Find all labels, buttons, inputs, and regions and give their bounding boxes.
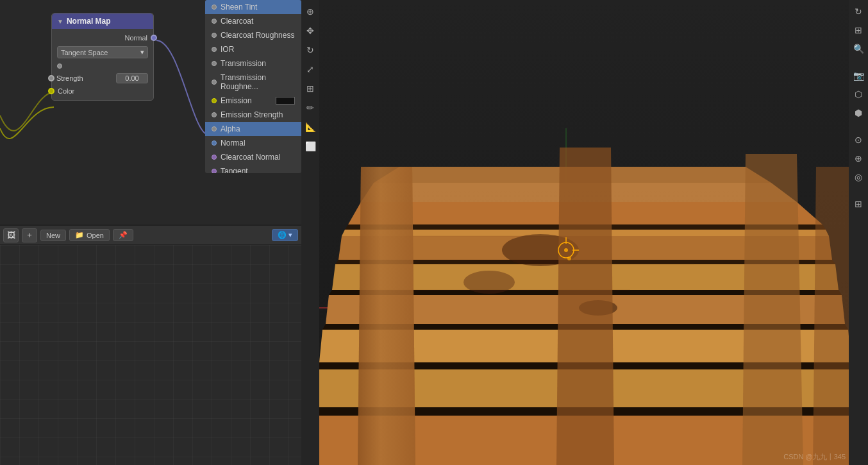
new-button[interactable]: New xyxy=(40,230,66,241)
strength-socket[interactable] xyxy=(48,75,54,81)
trans-roughness-label: Transmission Roughne... xyxy=(221,73,295,91)
list-item-alpha[interactable]: Alpha xyxy=(205,122,301,136)
gizmo-btn[interactable]: ⊕ xyxy=(850,150,867,167)
select-label: Tangent Space xyxy=(61,49,108,56)
list-item-transmission[interactable]: Transmission xyxy=(205,56,301,71)
open-button-label: Open xyxy=(87,232,104,239)
list-item-sheen-tint[interactable]: Sheen Tint xyxy=(205,0,301,14)
scale-tool[interactable]: ⤢ xyxy=(302,61,319,78)
tangent-socket xyxy=(212,169,217,173)
viewport-left-toolbar: ⊕ ✥ ↻ ⤢ ⊞ ✏ 📐 ⬜ xyxy=(301,0,319,465)
folder-icon: 📁 xyxy=(75,231,84,239)
alpha-label: Alpha xyxy=(221,124,240,133)
pin-icon: 📌 xyxy=(119,231,128,239)
emission-socket xyxy=(212,98,217,103)
shader-input-list: Sheen Tint Clearcoat Clearcoat Roughness… xyxy=(205,0,301,173)
globe-icon: 🌐 xyxy=(278,231,287,239)
normal-label: Normal xyxy=(221,139,246,148)
image-editor-canvas xyxy=(0,245,301,465)
svg-marker-29 xyxy=(556,148,614,465)
list-item-clearcoat-roughness[interactable]: Clearcoat Roughness xyxy=(205,28,301,42)
emission-label: Emission xyxy=(221,96,252,105)
annotate-tool[interactable]: ✏ xyxy=(302,99,319,116)
sheen-tint-socket xyxy=(212,4,217,10)
node-output-row: Normal xyxy=(52,32,153,44)
move-tool[interactable]: ✥ xyxy=(302,22,319,39)
toolbar-right: 🌐 ▾ xyxy=(272,229,298,241)
view-pan-btn[interactable]: ⊞ xyxy=(850,22,867,38)
transmission-socket xyxy=(212,61,217,66)
transform-tool[interactable]: ⊞ xyxy=(302,80,319,97)
main-container: ▼ Normal Map Normal Tangent Space ▾ xyxy=(0,0,868,465)
pin-button[interactable]: 📌 xyxy=(113,229,133,241)
list-item-transmission-roughness[interactable]: Transmission Roughne... xyxy=(205,71,301,94)
svg-marker-30 xyxy=(742,154,803,465)
emission-strength-socket xyxy=(212,112,217,117)
node-output-label: Normal xyxy=(125,34,147,42)
overlays-btn[interactable]: ⊙ xyxy=(850,131,867,148)
list-item-normal[interactable]: Normal xyxy=(205,136,301,150)
view-zoom-btn[interactable]: 🔍 xyxy=(850,40,867,57)
snap-btn[interactable]: ⊞ xyxy=(850,196,867,212)
globe-button[interactable]: 🌐 ▾ xyxy=(272,229,298,241)
view-solid-btn[interactable]: ⬡ xyxy=(850,86,867,103)
node-dot-row xyxy=(52,61,153,71)
strength-value[interactable]: 0.00 xyxy=(116,73,148,83)
color-label: Color xyxy=(58,87,74,95)
image-editor-toolbar: 🖼 + New 📁 Open 📌 🌐 ▾ xyxy=(0,226,301,245)
svg-marker-28 xyxy=(358,167,415,465)
proportional-btn[interactable]: ◎ xyxy=(850,169,867,185)
clearcoat-socket xyxy=(212,19,217,24)
rotate-tool[interactable]: ↻ xyxy=(302,42,319,58)
clearcoat-normal-label: Clearcoat Normal xyxy=(221,153,280,162)
cursor-tool[interactable]: ⊕ xyxy=(302,3,319,20)
svg-marker-31 xyxy=(813,167,849,465)
view-orbit-btn[interactable]: ↻ xyxy=(850,3,867,20)
node-dot xyxy=(57,63,62,69)
normal-map-node: ▼ Normal Map Normal Tangent Space ▾ xyxy=(51,13,154,101)
sheen-tint-label: Sheen Tint xyxy=(221,3,257,12)
watermark: CSDN @九九丨345 xyxy=(783,452,846,462)
svg-point-25 xyxy=(463,271,515,294)
collapse-icon[interactable]: ▼ xyxy=(57,18,63,25)
camera-persp-btn[interactable]: 📷 xyxy=(850,67,867,84)
list-item-clearcoat[interactable]: Clearcoat xyxy=(205,14,301,28)
viewport-right-toolbar: ↻ ⊞ 🔍 📷 ⬡ ⬢ ⊙ ⊕ ◎ ⊞ xyxy=(849,0,868,465)
scene-svg xyxy=(319,0,849,465)
list-item-ior[interactable]: IOR xyxy=(205,42,301,56)
node-body: Normal Tangent Space ▾ xyxy=(52,29,153,100)
list-item-clearcoat-normal[interactable]: Clearcoat Normal xyxy=(205,150,301,164)
node-select-row: Tangent Space ▾ xyxy=(52,44,153,61)
emission-color-swatch[interactable] xyxy=(276,97,295,105)
color-socket[interactable] xyxy=(48,88,54,94)
color-row: Color xyxy=(52,85,153,97)
tangent-space-select[interactable]: Tangent Space ▾ xyxy=(57,46,148,58)
normal-socket xyxy=(212,140,217,146)
clearcoat-roughness-label: Clearcoat Roughness xyxy=(221,31,294,40)
list-item-tangent[interactable]: Tangent xyxy=(205,164,301,173)
strength-row: Strength 0.00 xyxy=(52,71,153,85)
list-item-emission[interactable]: Emission xyxy=(205,94,301,108)
clearcoat-label: Clearcoat xyxy=(221,17,253,26)
node-editor: ▼ Normal Map Normal Tangent Space ▾ xyxy=(0,0,301,465)
view-rendered-btn[interactable]: ⬢ xyxy=(850,105,867,121)
node-header: ▼ Normal Map xyxy=(52,13,153,29)
svg-point-33 xyxy=(564,248,568,252)
globe-chevron: ▾ xyxy=(288,231,292,239)
3d-viewport: ⊕ ✥ ↻ ⤢ ⊞ ✏ 📐 ⬜ xyxy=(301,0,868,465)
emission-strength-label: Emission Strength xyxy=(221,110,283,119)
measure-tool[interactable]: 📐 xyxy=(302,119,319,135)
list-item-emission-strength[interactable]: Emission Strength xyxy=(205,108,301,122)
node-editor-top: ▼ Normal Map Normal Tangent Space ▾ xyxy=(0,0,301,224)
image-type-btn[interactable]: 🖼 xyxy=(3,228,19,242)
clearcoat-roughness-socket xyxy=(212,33,217,38)
alpha-socket xyxy=(212,126,217,131)
image-editor: 🖼 + New 📁 Open 📌 🌐 ▾ xyxy=(0,224,301,465)
node-title: Normal Map xyxy=(67,17,111,26)
add-menu-btn[interactable]: + xyxy=(22,228,37,242)
open-button[interactable]: 📁 Open xyxy=(69,229,110,241)
normal-output-socket[interactable] xyxy=(151,35,157,41)
trans-roughness-socket xyxy=(212,80,217,85)
strength-label: Strength xyxy=(56,74,114,82)
add-cube-tool[interactable]: ⬜ xyxy=(302,138,319,155)
